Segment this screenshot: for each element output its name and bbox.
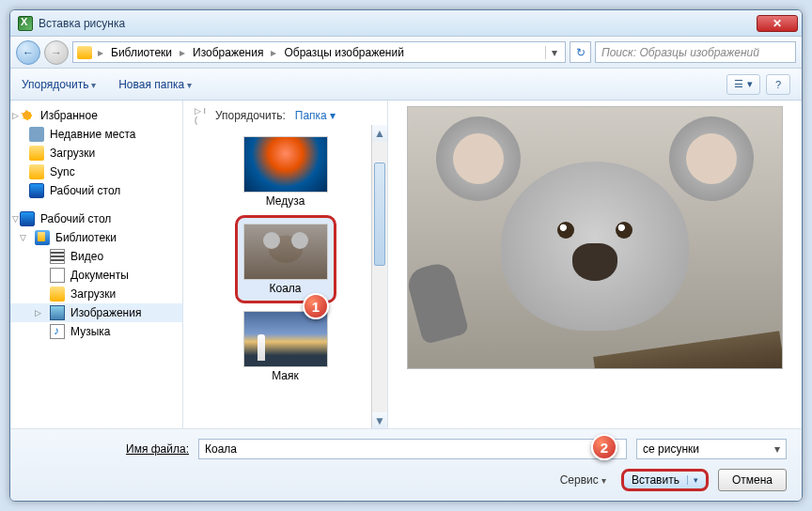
sidebar: ▷Избранное Недавние места Загрузки Sync …	[10, 101, 183, 428]
filetype-value: се рисунки	[643, 442, 699, 456]
refresh-button[interactable]: ↻	[570, 41, 591, 63]
dialog-footer: Имя файла: Коала се рисунки Сервис ▾ Вст…	[10, 428, 802, 501]
navbar: ← → ▸ Библиотеки ▸ Изображения ▸ Образцы…	[10, 37, 802, 69]
annotation-marker-1: 1	[303, 293, 329, 319]
sidebar-item-documents[interactable]: Документы	[10, 266, 182, 285]
sidebar-label: Библиотеки	[55, 231, 117, 244]
thumbnail-label: Медуза	[266, 194, 305, 208]
sidebar-item-downloads2[interactable]: Загрузки	[10, 285, 182, 303]
search-input[interactable]: Поиск: Образцы изображений	[595, 41, 796, 63]
desktop-icon	[20, 211, 35, 226]
breadcrumb-item[interactable]: Изображения	[189, 46, 267, 59]
scroll-thumb[interactable]	[374, 163, 385, 266]
star-icon	[20, 108, 35, 123]
annotation-marker-2: 2	[591, 434, 617, 460]
sidebar-label: Изображения	[70, 306, 141, 319]
organize-value[interactable]: Папка ▾	[295, 109, 336, 122]
sidebar-item-images[interactable]: ▷Изображения	[10, 303, 182, 322]
sidebar-label: Музыка	[70, 325, 110, 338]
arrow-left-icon: ←	[23, 46, 34, 59]
organize-menu[interactable]: Упорядочить	[22, 78, 96, 91]
preview-pane	[388, 101, 802, 428]
filename-row: Имя файла: Коала се рисунки	[25, 439, 787, 459]
sidebar-label: Sync	[50, 165, 75, 178]
insert-button[interactable]: Вставить▾	[621, 469, 709, 491]
folder-icon	[77, 46, 92, 59]
sidebar-item-sync[interactable]: Sync	[10, 163, 182, 181]
filename-label: Имя файла:	[25, 442, 189, 456]
thumb-jellyfish[interactable]: Медуза	[240, 132, 332, 211]
thumbnail-image	[243, 311, 328, 367]
toolbar: Упорядочить Новая папка ☰ ▾ ?	[10, 69, 802, 101]
filename-input[interactable]: Коала	[198, 439, 627, 459]
music-icon	[50, 324, 65, 339]
sidebar-label: Загрузки	[70, 287, 116, 301]
breadcrumb-item[interactable]: Образцы изображений	[280, 46, 407, 59]
sidebar-label: Рабочий стол	[40, 212, 111, 225]
filetype-dropdown[interactable]: се рисунки	[636, 439, 787, 459]
view-mode-button[interactable]: ☰ ▾	[726, 74, 760, 95]
content: ▷ І( Упорядочить: Папка ▾ Медуза Коала	[183, 101, 802, 428]
video-icon	[50, 249, 65, 264]
documents-icon	[50, 268, 65, 283]
sidebar-label: Загрузки	[50, 147, 95, 160]
cancel-button[interactable]: Отмена	[718, 469, 787, 491]
chevron-down-icon: ▾	[601, 475, 606, 486]
thumbnail-label: Коала	[269, 282, 301, 295]
chevron-icon: ▸	[271, 46, 276, 59]
close-button[interactable]: ✕	[757, 15, 798, 32]
window-title: Вставка рисунка	[39, 17, 757, 30]
thumbnails-list: Медуза Коала Маяк	[187, 132, 383, 428]
desktop-icon	[29, 183, 44, 198]
sidebar-item-music[interactable]: Музыка	[10, 322, 182, 341]
libraries-icon	[35, 230, 50, 245]
tools-menu[interactable]: Сервис ▾	[560, 473, 606, 487]
excel-icon	[18, 16, 33, 31]
sidebar-label: Недавние места	[50, 128, 135, 141]
scroll-down[interactable]: ▼	[372, 412, 387, 428]
header-toggle[interactable]: ▷ І(	[195, 106, 206, 125]
sidebar-label: Видео	[70, 250, 103, 263]
sidebar-favorites[interactable]: ▷Избранное	[10, 106, 182, 125]
breadcrumb-dropdown[interactable]: ▾	[545, 46, 563, 59]
forward-button[interactable]: →	[44, 40, 69, 65]
downloads-icon	[29, 146, 44, 161]
scroll-up[interactable]: ▲	[372, 125, 387, 141]
sidebar-item-video[interactable]: Видео	[10, 247, 182, 266]
sync-icon	[29, 164, 44, 179]
thumbnail-label: Маяк	[272, 369, 299, 382]
insert-picture-dialog: Вставка рисунка ✕ ← → ▸ Библиотеки ▸ Изо…	[9, 9, 803, 502]
inner-toolbar: ▷ І( Упорядочить: Папка ▾	[187, 104, 383, 132]
close-icon: ✕	[773, 17, 782, 30]
recent-icon	[29, 127, 44, 142]
sidebar-label: Документы	[70, 269, 129, 282]
thumbnail-image	[243, 136, 328, 193]
organize-label: Упорядочить:	[215, 109, 286, 122]
images-icon	[50, 305, 65, 320]
titlebar: Вставка рисунка ✕	[10, 10, 802, 37]
search-placeholder: Поиск: Образцы изображений	[601, 46, 759, 59]
sidebar-label: Рабочий стол	[50, 184, 120, 197]
sidebar-desktop-root[interactable]: ▽Рабочий стол	[10, 209, 182, 228]
preview-image	[407, 106, 783, 369]
thumbnails-scrollbar[interactable]: ▲ ▼	[371, 125, 387, 428]
chevron-up-icon: ▲	[374, 127, 385, 140]
cancel-label: Отмена	[732, 473, 773, 487]
thumb-koala[interactable]: Коала	[235, 215, 336, 303]
chevron-down-icon: ▾	[330, 109, 336, 122]
sidebar-item-downloads[interactable]: Загрузки	[10, 144, 182, 163]
thumbnails-panel: ▷ І( Упорядочить: Папка ▾ Медуза Коала	[183, 101, 388, 428]
help-button[interactable]: ?	[766, 74, 790, 95]
button-row: Сервис ▾ Вставить▾ Отмена	[25, 469, 787, 491]
filename-value: Коала	[205, 442, 237, 456]
sidebar-label: Избранное	[40, 109, 98, 122]
sidebar-item-recent[interactable]: Недавние места	[10, 125, 182, 144]
insert-split[interactable]: ▾	[687, 475, 698, 485]
sidebar-item-libraries[interactable]: ▽Библиотеки	[10, 228, 182, 247]
breadcrumb-item[interactable]: Библиотеки	[107, 46, 176, 59]
back-button[interactable]: ←	[16, 40, 40, 65]
refresh-icon: ↻	[576, 46, 586, 59]
breadcrumb[interactable]: ▸ Библиотеки ▸ Изображения ▸ Образцы изо…	[72, 41, 566, 63]
new-folder-button[interactable]: Новая папка	[118, 78, 192, 91]
sidebar-item-desktop[interactable]: Рабочий стол	[10, 181, 182, 200]
